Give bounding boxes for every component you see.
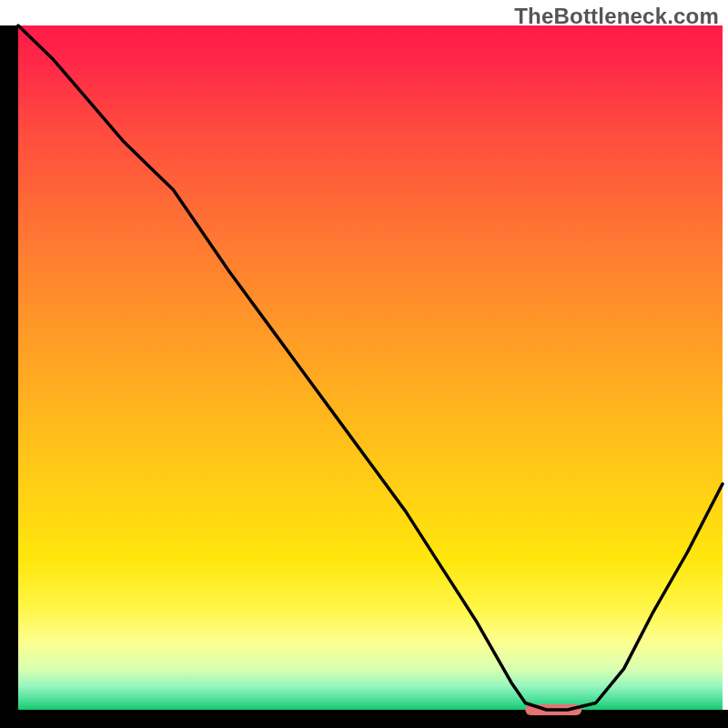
svg-rect-1 bbox=[0, 25, 18, 728]
watermark-text: TheBottleneck.com bbox=[514, 4, 719, 29]
svg-rect-2 bbox=[0, 710, 728, 728]
svg-rect-0 bbox=[18, 25, 723, 710]
plot-background bbox=[18, 25, 723, 710]
chart-canvas bbox=[0, 0, 728, 728]
bottleneck-chart: TheBottleneck.com bbox=[0, 0, 728, 728]
